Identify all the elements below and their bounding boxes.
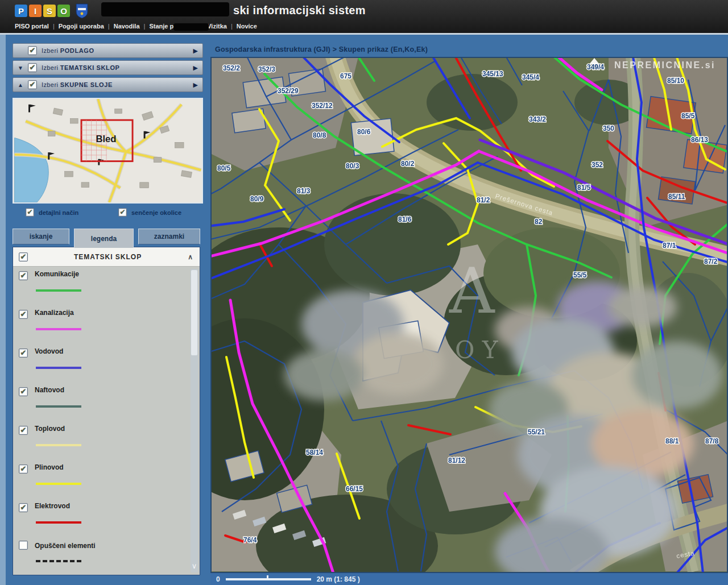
tab-iskanje[interactable]: iskanje: [13, 229, 69, 244]
redaction-blob: [101, 2, 229, 16]
legend-line-swatch: [36, 521, 81, 524]
parcel-label: 352/2: [223, 64, 240, 72]
expand-icon[interactable]: ▲: [18, 82, 28, 88]
panel-bar-tematski-sklop[interactable]: ▼✔Izberi TEMATSKI SKLOP▶: [13, 60, 203, 75]
legend-item-checkbox[interactable]: ✔: [19, 348, 28, 358]
legend-line-swatch: [36, 328, 81, 330]
parcel-label: 88/1: [665, 437, 679, 445]
legend-scrollbar[interactable]: ∨: [191, 269, 198, 572]
menu-separator: |: [108, 23, 110, 30]
legend-line-swatch: [36, 367, 81, 369]
panel-arrow-icon[interactable]: ▶: [193, 47, 198, 55]
parcel-label: 675: [340, 72, 351, 80]
parcel-label: 85/10: [667, 77, 684, 85]
legend-item-label: Toplovod: [35, 425, 65, 433]
legend-item-checkbox[interactable]: ✔: [19, 426, 28, 435]
piso-application: PISO ski informacijski sistem PISO porta…: [0, 0, 728, 585]
legend-item: ✔Elektrovod: [13, 499, 200, 537]
panel-arrow-icon[interactable]: ▶: [193, 81, 198, 89]
parcel-label: 80/2: [401, 160, 415, 168]
legend-item: ✔Komunikacije: [13, 267, 200, 305]
parcel-label: 86/13: [691, 136, 708, 144]
legend-item-checkbox[interactable]: ✔: [19, 387, 28, 396]
legend-line-swatch: [36, 483, 81, 485]
redaction-blob: [173, 23, 209, 31]
logo-letter: I: [29, 5, 42, 17]
scale-bar: 0 20 m (1: 845 ): [210, 573, 728, 585]
legend-items: ✔Komunikacije✔Kanalizacija✔Vodovod✔Nafto…: [13, 267, 200, 576]
overview-minimap[interactable]: Bled: [13, 98, 203, 204]
legend-item-label: Elektrovod: [35, 502, 70, 510]
parcel-label: 80/6: [357, 128, 371, 136]
ortofoto-watermark-letter: A: [449, 255, 495, 327]
tab-legenda[interactable]: legenda: [74, 229, 134, 248]
parcel-label: 352: [592, 161, 603, 169]
collapse-icon[interactable]: ▼: [18, 65, 28, 71]
parcel-label: 352/3: [258, 65, 275, 73]
legend-item-label: Vodovod: [35, 347, 63, 355]
scrollbar-thumb[interactable]: [191, 270, 197, 355]
parcel-label: 85/11: [668, 193, 685, 201]
menu-item[interactable]: Pogoji uporaba: [59, 23, 104, 30]
parcel-label: 349/4: [587, 63, 604, 71]
menu-item[interactable]: PISO portal: [15, 23, 49, 30]
panel-bar-podlago[interactable]: ✔Izberi PODLAGO▶: [13, 43, 203, 58]
menu-separator: |: [144, 23, 146, 30]
nepremicnine-watermark: NEPREMICNINE.si: [614, 60, 715, 70]
app-title: ski informacijski sistem: [233, 4, 366, 17]
left-edge-strip: [0, 35, 6, 585]
parcel-label: 345/13: [482, 70, 503, 78]
option-checkbox[interactable]: ✔: [26, 208, 34, 217]
map-viewport[interactable]: A O Y Prešernova cesta cesta NEPREMICNIN…: [210, 57, 728, 573]
map-canvas[interactable]: A O Y Prešernova cesta cesta NEPREMICNIN…: [210, 57, 728, 573]
legend-item: ✔Kanalizacija: [13, 305, 200, 344]
scroll-down-icon[interactable]: ∨: [191, 562, 198, 570]
parcel-label: 343/2: [529, 115, 546, 123]
legend-item-label: Kanalizacija: [35, 309, 74, 317]
legend-line-swatch: [36, 405, 81, 408]
app-header: PISO ski informacijski sistem PISO porta…: [0, 0, 728, 33]
panel-bar-skupne-sloje[interactable]: ▲✔Izberi SKUPNE SLOJE▶: [13, 77, 203, 92]
legend-item-checkbox[interactable]: ✔: [19, 464, 28, 474]
parcel-label: 80/3: [346, 162, 359, 170]
legend-title: TEMATSKI SKLOP: [28, 253, 188, 261]
parcel-label: 55/5: [573, 271, 587, 279]
legend-item-checkbox[interactable]: ✔: [19, 310, 28, 319]
legend-panel: ✔ TEMATSKI SKLOP ∧ ✔Komunikacije✔Kanaliz…: [13, 247, 200, 575]
scale-label: 20 m (1: 845 ): [317, 575, 360, 583]
municipality-coat-of-arms-icon: [75, 3, 89, 19]
panel-checkbox[interactable]: ✔: [28, 63, 37, 72]
option-detajlni-način: ✔detajlni način: [26, 208, 78, 217]
scroll-up-icon[interactable]: ∧: [188, 253, 193, 261]
legend-master-checkbox[interactable]: ✔: [19, 252, 28, 262]
parcel-label: 55/21: [528, 428, 545, 436]
parcel-label: 81/2: [477, 196, 490, 204]
menu-separator: |: [53, 23, 55, 30]
menu-item[interactable]: Vizitka: [207, 23, 227, 30]
parcel-label: 352/29: [278, 87, 299, 95]
panel-arrow-icon[interactable]: ▶: [193, 64, 198, 72]
tab-zaznamki[interactable]: zaznamki: [138, 229, 200, 244]
panel-checkbox[interactable]: ✔: [28, 80, 37, 89]
legend-item: ✔Plinovod: [13, 460, 200, 499]
menu-item[interactable]: Novice: [237, 23, 257, 30]
menu-separator: |: [231, 23, 233, 30]
menu-item[interactable]: Navodila: [114, 23, 140, 30]
parcel-label: 352/12: [312, 102, 333, 110]
piso-logo[interactable]: PISO: [15, 5, 70, 17]
parcel-label: 345/4: [522, 73, 539, 81]
legend-item-label: Opuščeni elementi: [35, 542, 96, 550]
header-divider: [0, 33, 728, 35]
legend-item: Opuščeni elementi: [13, 537, 200, 576]
logo-letter: O: [57, 5, 70, 17]
parcel-label: 87/1: [663, 242, 676, 250]
legend-item-checkbox[interactable]: [19, 541, 28, 550]
legend-item-checkbox[interactable]: ✔: [19, 271, 28, 280]
legend-item: ✔Vodovod: [13, 344, 200, 383]
panel-label: Izberi PODLAGO: [42, 47, 94, 54]
legend-item-checkbox[interactable]: ✔: [19, 503, 28, 512]
option-checkbox[interactable]: ✔: [118, 208, 127, 217]
option-senčenje-okolice: ✔senčenje okolice: [118, 208, 181, 217]
panel-checkbox[interactable]: ✔: [28, 46, 37, 55]
legend-item-label: Naftovod: [35, 386, 64, 394]
